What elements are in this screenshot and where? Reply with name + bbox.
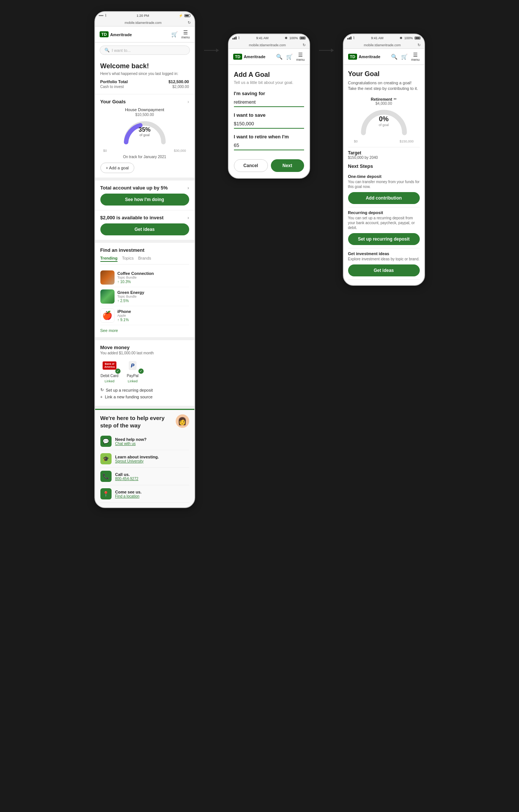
tab-brands[interactable]: Brands [138,256,151,262]
link-funding-icon: + [100,395,103,399]
menu-container-right[interactable]: ☰ menu [411,52,420,62]
save-amount-input[interactable] [234,119,304,129]
available-invest-title: $2,000 is available to invest › [100,215,189,220]
paypal-card[interactable]: P ✓ PayPal Linked [124,359,142,383]
tab-trending[interactable]: Trending [100,256,118,262]
search-icon-right[interactable]: 🔍 [391,54,397,60]
see-more-link[interactable]: See more [100,328,189,333]
signal-dots: •••• [99,14,104,18]
edit-pencil-icon[interactable]: ✏ [394,97,397,101]
target-section: Target $150,000 by 2040 [348,147,420,160]
td-logo-right[interactable]: TD Ameritrade [348,54,381,60]
chat-link[interactable]: Chat with us [115,442,147,446]
available-invest-chevron[interactable]: › [188,215,189,220]
url-bar-middle[interactable]: mobile.tdameritrade.com ↻ [229,41,309,49]
goals-title: Your Goals [100,99,126,104]
brand-name-middle: Ameritrade [244,54,265,59]
step-ideas-title: Get investment ideas [348,251,420,256]
see-how-button[interactable]: See how I'm doing [100,194,189,206]
goal-name: House Downpayment [100,107,189,112]
move-money-subtitle: You added $1,000.00 last month [100,351,189,355]
menu-container-middle[interactable]: ☰ menu [296,52,305,62]
reload-icon-middle[interactable]: ↻ [303,43,306,47]
goal-on-track: On track for January 2021 [100,155,189,159]
tab-topics[interactable]: Topics [122,256,134,262]
link-funding-link[interactable]: + Link a new funding source [100,395,189,399]
invest-tabs: Trending Topics Brands [100,256,189,264]
url-bar-right[interactable]: mobile.tdameritrade.com ↻ [344,41,424,49]
step-recurring-title: Recurring deposit [348,210,420,215]
learn-link[interactable]: Sprout University [115,459,159,463]
reload-icon[interactable]: ↻ [188,21,191,25]
paypal-logo: P [129,361,137,370]
get-ideas-goal-button[interactable]: Get ideas [348,264,420,276]
middle-phone: ⌇ 9:41 AM ✱ 100% mobile.tdameritrade.com… [228,34,310,179]
invest-change-iphone: ↑ 9.1% [118,318,189,322]
help-item-chat[interactable]: 💬 Need help now? Chat with us [100,433,189,450]
set-up-recurring-button[interactable]: Set up recurring deposit [348,233,420,245]
invest-info-coffee: Coffee Connection Topic Bundle ↑ 10.3% [118,271,189,284]
cart-icon[interactable]: 🛒 [171,31,178,37]
status-time-middle: 9:41 AM [256,36,268,40]
account-value-text: Total account value up by 5% [100,185,168,191]
goals-chevron[interactable]: › [188,99,189,104]
get-ideas-button[interactable]: Get ideas [100,223,189,235]
target-value: $150,000 by 2040 [348,156,420,160]
goal-range: $0 $30,000 [103,149,186,153]
url-bar-left[interactable]: mobile.tdameritrade.com ↻ [95,19,194,26]
td-logo-middle[interactable]: TD Ameritrade [233,54,266,60]
call-link[interactable]: 800-454-9272 [115,477,138,481]
menu-container[interactable]: ☰ menu [181,29,190,39]
menu-icon-right[interactable]: ☰ [413,52,418,58]
help-info-location: Come see us. Find a location [115,490,142,498]
add-goal-button[interactable]: + Add a goal [100,163,134,173]
donut-label: 35% of goal [138,126,150,137]
location-link[interactable]: Find a location [115,494,142,498]
battery-pct-right: 100% [404,36,413,40]
goal-donut: 35% of goal [100,120,189,146]
call-title: Call us. [115,472,138,477]
next-button[interactable]: Next [271,159,304,172]
add-goal-subtitle: Tell us a little bit about your goal. [234,80,304,85]
search-icon: 🔍 [104,48,110,53]
add-contribution-button[interactable]: Add contribution [348,192,420,204]
nav-bar-left: TD Ameritrade 🛒 ☰ menu [95,26,194,43]
help-item-learn[interactable]: 🎓 Learn about investing. Sprout Universi… [100,450,189,468]
menu-icon[interactable]: ☰ [183,29,188,35]
set-recurring-link[interactable]: ↻ Set up a recurring deposit [100,388,189,392]
debit-card[interactable]: Bank ofAmerica ✓ Debit Card Linked [100,359,119,383]
td-logo[interactable]: TD Ameritrade [100,31,132,38]
cash-value: $2,000.00 [172,85,189,89]
nav-icons-right: 🔍 🛒 ☰ menu [391,52,420,62]
cart-icon-middle[interactable]: 🛒 [286,54,293,60]
help-item-call[interactable]: 📞 Call us. 800-454-9272 [100,468,189,485]
url-text: mobile.tdameritrade.com [99,21,188,25]
retirement-text: Retirement [371,97,392,101]
help-item-location[interactable]: 📍 Come see us. Find a location [100,485,189,503]
target-title: Target [348,150,420,156]
your-goal-screen: Your Goal Congratulations on creating a … [344,65,424,285]
wifi-icon-middle: ⌇ [238,36,240,40]
invest-name-iphone: iPhone [118,309,189,314]
search-bar[interactable]: 🔍 I want to... [100,46,190,55]
invest-change-energy: ↑ 2.5% [118,299,189,303]
cart-icon-right[interactable]: 🛒 [401,54,407,60]
search-icon-middle[interactable]: 🔍 [276,54,282,60]
saving-input[interactable] [234,98,304,107]
reload-icon-right[interactable]: ↻ [418,43,420,47]
status-bar-right-right: ✱ 100% [400,36,420,40]
learn-icon: 🎓 [100,453,112,464]
menu-icon-middle[interactable]: ☰ [298,52,303,58]
chat-icon: 💬 [100,436,112,447]
coffee-thumb [100,270,115,285]
wifi-icon: ⌇ [105,13,107,18]
link-funding-label: Link a new funding source [105,395,153,399]
portfolio-row: Portfolio Total $12,500.00 [100,79,189,84]
battery-icon-right [415,37,420,40]
invest-info-iphone: iPhone Apple ↑ 9.1% [118,309,189,322]
retire-age-input[interactable] [234,141,304,150]
account-value-chevron[interactable]: › [188,185,189,191]
goal-range-end: $150,000 [400,139,414,143]
signal-bars-right [347,37,351,40]
cancel-button[interactable]: Cancel [234,159,268,172]
